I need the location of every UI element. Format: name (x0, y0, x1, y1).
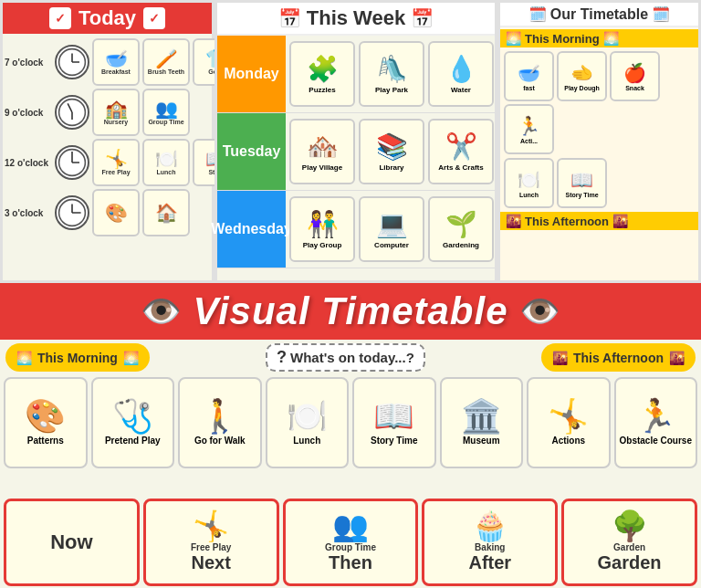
play-park-icon: 🛝 (376, 54, 408, 84)
breakfast-card[interactable]: 🥣 Breakfast (92, 38, 140, 86)
card-3a[interactable]: 🎨 (92, 189, 140, 236)
bottom-sun-morning-right: 🌅 (123, 351, 139, 365)
next-text: Next (192, 552, 231, 573)
play-group-card[interactable]: 👫 Play Group (289, 196, 355, 262)
go-for-walk-card[interactable]: 🚶 Go for Walk (178, 377, 262, 468)
morning-timetable-cards: 🥣 fast 🫲 Play Dough 🍎 Snack 🏃 Acti... (500, 49, 698, 156)
monday-cards: 🧩 Puzzles 🛝 Play Park 💧 Water (286, 36, 497, 112)
play-village-label: Play Village (302, 163, 342, 172)
sun-icon-morning2: 🌅 (603, 31, 619, 46)
wednesday-row: Wednesday 👫 Play Group 💻 Computer 🌱 Gard… (217, 191, 495, 268)
timetable-snack-icon: 🍎 (623, 62, 646, 84)
go-for-walk-label: Go for Walk (194, 436, 246, 446)
nursery-card[interactable]: 🏫 Nursery (92, 89, 140, 136)
sun-icon-afternoon: 🌇 (506, 214, 521, 228)
garden-text: Garden (598, 552, 662, 573)
water-card[interactable]: 💧 Water (428, 41, 494, 107)
bottom-sun-morning-left: 🌅 (16, 351, 32, 365)
timetable-snack-card[interactable]: 🍎 Snack (610, 51, 660, 101)
then-card[interactable]: 👥 Group Time Then (283, 499, 419, 586)
next-card[interactable]: 🤸 Free Play Next (143, 499, 279, 586)
lunch-icon: 🍽️ (155, 150, 178, 168)
arts-crafts-label: Arts & Crafts (438, 163, 483, 172)
computer-icon: 💻 (376, 209, 408, 239)
timetable-lunch-label: Lunch (519, 192, 539, 198)
play-park-card[interactable]: 🛝 Play Park (359, 41, 424, 107)
group-time-icon: 👥 (155, 100, 178, 118)
timetable-activity-label: Acti... (520, 138, 538, 144)
puzzles-icon: 🧩 (307, 54, 339, 84)
bottom-morning-label: This Morning (37, 351, 118, 365)
pretend-play-icon: 🩺 (112, 400, 153, 433)
pretend-play-card[interactable]: 🩺 Pretend Play (91, 377, 175, 468)
puzzles-label: Puzzles (309, 86, 335, 94)
actions-card[interactable]: 🤸 Actions (527, 377, 611, 468)
bottom-story-card[interactable]: 📖 Story Time (352, 377, 436, 468)
lunch-label: Lunch (157, 169, 176, 175)
timetable-activity-card[interactable]: 🏃 Acti... (504, 104, 554, 154)
breakfast-icon: 🥣 (105, 49, 128, 68)
next-card-icon: 🤸 (193, 511, 229, 541)
computer-label: Computer (374, 241, 409, 249)
timetable-breakfast-card[interactable]: 🥣 fast (504, 51, 554, 101)
calendar-icon-left: 📅 (278, 7, 301, 29)
then-text: Then (329, 552, 372, 573)
timetable-snack-label: Snack (625, 85, 644, 91)
after-card[interactable]: 🧁 Baking After (422, 499, 558, 586)
timetable-story-label: Story Time (565, 192, 598, 198)
arts-crafts-card[interactable]: ✂️ Arts & Crafts (428, 119, 494, 184)
obstacle-course-icon: 🏃 (635, 400, 676, 433)
question-icon: ? (277, 348, 287, 367)
after-card-label: Baking (475, 542, 505, 552)
whats-on-bar: ? What's on today...? (266, 343, 425, 372)
section-bars-row: 🌅 This Morning 🌅 ? What's on today...? 🌇… (0, 340, 701, 375)
timetable-story-card[interactable]: 📖 Story Time (557, 158, 607, 208)
clock-3 (55, 195, 89, 230)
brush-teeth-card[interactable]: 🪥 Brush Teeth (142, 38, 190, 86)
week-title: This Week (307, 6, 405, 30)
timetable-playdough-icon: 🫲 (570, 62, 593, 84)
puzzles-card[interactable]: 🧩 Puzzles (289, 41, 355, 107)
nursery-icon: 🏫 (105, 100, 128, 118)
free-play-label: Free Play (101, 169, 130, 175)
timetable-lunch-icon: 🍽️ (518, 169, 540, 191)
group-time-card[interactable]: 👥 Group Time (142, 89, 190, 136)
wednesday-label: Wednesday (217, 191, 286, 268)
obstacle-course-card[interactable]: 🏃 Obstacle Course (614, 377, 698, 468)
library-card[interactable]: 📚 Library (359, 119, 424, 184)
bottom-lunch-card[interactable]: 🍽️ Lunch (266, 377, 350, 468)
card-3b[interactable]: 🏠 (142, 189, 190, 236)
table-row: 9 o'clock 🏫 Nursery 👥 Group Time (5, 89, 210, 136)
play-village-icon: 🏘️ (307, 131, 339, 162)
museum-card[interactable]: 🏛️ Museum (440, 377, 524, 468)
lunch-card[interactable]: 🍽️ Lunch (142, 139, 190, 186)
calendar-icon-right: 📅 (411, 7, 434, 29)
time-label-9: 9 o'clock (5, 108, 52, 118)
computer-card[interactable]: 💻 Computer (359, 196, 424, 262)
today-header: ✓ Today ✓ (3, 3, 212, 34)
play-park-label: Play Park (375, 86, 408, 94)
timetable-lunch-card[interactable]: 🍽️ Lunch (504, 158, 554, 208)
tuesday-cards: 🏘️ Play Village 📚 Library ✂️ Arts & Craf… (286, 113, 497, 190)
monday-row: Monday 🧩 Puzzles 🛝 Play Park 💧 Water (217, 36, 495, 113)
play-village-card[interactable]: 🏘️ Play Village (289, 119, 355, 184)
patterns-icon: 🎨 (25, 400, 66, 433)
garden-card[interactable]: 🌳 Garden Garden (561, 499, 697, 586)
free-play-card[interactable]: 🤸 Free Play (92, 139, 140, 186)
card-3a-icon: 🎨 (105, 204, 128, 222)
now-text: Now (50, 530, 92, 554)
library-icon: 📚 (376, 131, 408, 162)
bottom-story-label: Story Time (371, 436, 418, 446)
time-label-3: 3 o'clock (5, 208, 52, 218)
gardening-card[interactable]: 🌱 Gardening (428, 196, 494, 262)
afternoon-section-bar: 🌇 This Afternoon 🌇 (500, 212, 698, 230)
bottom-morning-bar: 🌅 This Morning 🌅 (5, 343, 150, 372)
timetable-playdough-label: Play Dough (564, 85, 600, 91)
nursery-label: Nursery (104, 119, 128, 125)
play-group-label: Play Group (303, 241, 342, 249)
patterns-card[interactable]: 🎨 Patterns (4, 377, 88, 468)
now-card[interactable]: Now (4, 499, 140, 586)
morning-section-bar: 🌅 This Morning 🌅 (500, 29, 698, 47)
bottom-afternoon-bar: 🌇 This Afternoon 🌇 (541, 343, 696, 372)
timetable-playdough-card[interactable]: 🫲 Play Dough (557, 51, 607, 101)
